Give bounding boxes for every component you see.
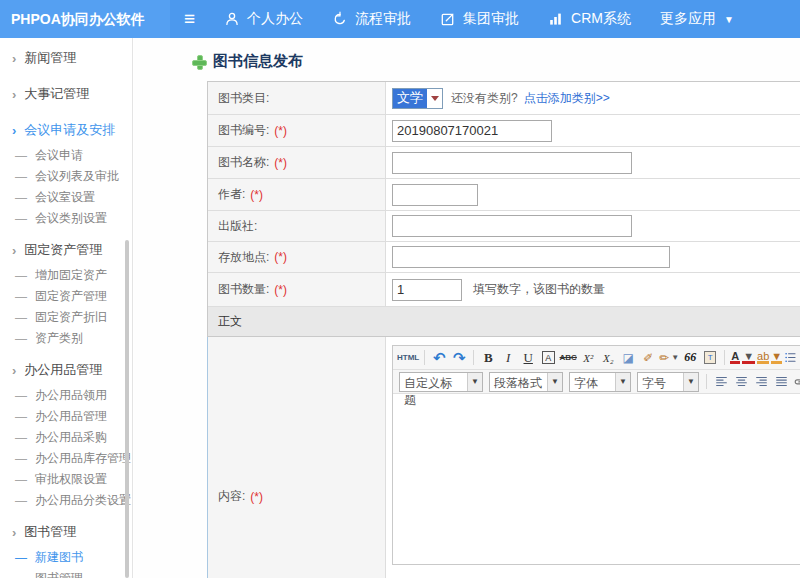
ordered-list-button[interactable]: ▼ [784, 348, 800, 368]
topnav-label: 流程审批 [355, 10, 411, 28]
sidebar-scrollbar[interactable] [125, 240, 129, 578]
subscript-button[interactable]: X₂ [599, 348, 617, 368]
blockquote-button[interactable]: 66 [681, 348, 699, 368]
sidebar-item-3-2[interactable]: —会议列表及审批 [0, 166, 132, 187]
paragraph-format-select[interactable]: 段落格式 ▼ [489, 372, 563, 392]
topnav-item-3[interactable]: 集团审批 [440, 10, 519, 28]
caret-down-icon: ▼ [671, 353, 679, 362]
align-right-button[interactable] [752, 372, 770, 392]
topnav-label: 个人办公 [247, 10, 303, 28]
highlight-color-button[interactable]: ab▼ [757, 348, 782, 368]
top-navigation: 个人办公流程审批集团审批CRM系统更多应用▼ [195, 10, 734, 28]
sidebar-item-4-3[interactable]: —固定资产折旧 [0, 307, 132, 328]
chevron-right-icon: › [12, 51, 16, 66]
font-size-select[interactable]: 字号 ▼ [637, 372, 699, 392]
sidebar-item-6-2[interactable]: —图书管理 [0, 568, 132, 578]
form-value-cell: 填写数字，该图书的数量 [386, 279, 800, 301]
required-mark: (*) [274, 250, 287, 264]
sidebar-group-label: 大事记管理 [24, 85, 89, 103]
content-row: 内容: (*) HTML↶↷BIUAABCX²X₂◪✐✏▼66TA▼ab▼▼▼ … [208, 337, 800, 578]
dash-icon: — [15, 389, 27, 403]
toolbar-separator [424, 350, 425, 365]
user-icon [224, 11, 247, 27]
topnav-item-2[interactable]: 流程审批 [332, 10, 411, 28]
undo-button[interactable]: ↶ [430, 348, 448, 368]
sidebar-item-4-4[interactable]: —资产类别 [0, 328, 132, 349]
sidebar-item-3-4[interactable]: —会议类别设置 [0, 208, 132, 229]
toolbar-separator [706, 374, 707, 389]
sidebar-item-4-1[interactable]: —增加固定资产 [0, 265, 132, 286]
sidebar-item-3-1[interactable]: —会议申请 [0, 145, 132, 166]
form-input-3[interactable] [392, 152, 632, 174]
align-justify-button[interactable] [772, 372, 790, 392]
italic-button[interactable]: I [499, 348, 517, 368]
form-input-4[interactable] [392, 184, 478, 206]
sidebar-group-1[interactable]: ›新闻管理 [0, 43, 132, 73]
app-logo: PHPOA协同办公软件 [0, 0, 170, 38]
format-brush-button[interactable]: ✐ [639, 348, 657, 368]
sidebar-item-label: 办公用品库存管理 [35, 450, 131, 467]
page-title-text: 图书信息发布 [213, 52, 303, 71]
align-center-button[interactable] [732, 372, 750, 392]
sidebar-item-5-6[interactable]: —办公用品分类设置 [0, 490, 132, 511]
underline-button[interactable]: U [519, 348, 537, 368]
select-label: 字体 [570, 373, 615, 391]
sidebar-group-5[interactable]: ›办公用品管理 [0, 355, 132, 385]
paste-plain-button[interactable]: T [701, 348, 719, 368]
form-input-5[interactable] [392, 215, 632, 237]
char-border-button[interactable]: A [539, 348, 557, 368]
link-button[interactable] [792, 372, 800, 392]
sidebar-item-5-3[interactable]: —办公用品采购 [0, 427, 132, 448]
topnav-item-5[interactable]: 更多应用▼ [660, 10, 734, 28]
strikethrough-button[interactable]: ABC [559, 348, 577, 368]
editor-toolbar-row2: 自定义标题 ▼段落格式 ▼字体 ▼字号 ▼ [393, 370, 800, 394]
form-input-7[interactable] [392, 279, 462, 301]
sidebar-menu: ›新闻管理›大事记管理›会议申请及安排—会议申请—会议列表及审批—会议室设置—会… [0, 38, 133, 578]
topnav-label: CRM系统 [571, 10, 631, 28]
sidebar-item-6-1[interactable]: —新建图书 [0, 547, 132, 568]
sidebar-group-4[interactable]: ›固定资产管理 [0, 235, 132, 265]
topnav-item-4[interactable]: CRM系统 [548, 10, 631, 28]
form-label-cell: 图书数量:(*) [208, 273, 386, 306]
chevron-right-icon: › [12, 123, 16, 138]
editor-content-area[interactable] [393, 394, 800, 564]
eraser-button[interactable]: ◪ [619, 348, 637, 368]
book-category-select[interactable]: 文学 [392, 88, 443, 109]
sidebar-item-label: 会议列表及审批 [35, 168, 119, 185]
sidebar-group-3[interactable]: ›会议申请及安排 [0, 115, 132, 145]
sidebar-item-5-4[interactable]: —办公用品库存管理 [0, 448, 132, 469]
sidebar-item-5-5[interactable]: —审批权限设置 [0, 469, 132, 490]
hamburger-menu-icon[interactable]: ≡ [184, 10, 195, 28]
select-label: 自定义标题 [400, 373, 467, 391]
redo-button[interactable]: ↷ [450, 348, 468, 368]
form-input-2[interactable] [392, 120, 552, 142]
required-mark: (*) [250, 188, 263, 202]
superscript-button[interactable]: X² [579, 348, 597, 368]
sidebar-item-3-3[interactable]: —会议室设置 [0, 187, 132, 208]
editor-cell: HTML↶↷BIUAABCX²X₂◪✐✏▼66TA▼ab▼▼▼ 自定义标题 ▼段… [386, 337, 800, 578]
sidebar-item-label: 会议室设置 [35, 189, 95, 206]
align-left-button[interactable] [712, 372, 730, 392]
add-category-link[interactable]: 点击添加类别>> [524, 90, 610, 107]
sidebar-group-2[interactable]: ›大事记管理 [0, 79, 132, 109]
dash-icon: — [15, 332, 27, 346]
topnav-label: 集团审批 [463, 10, 519, 28]
font-color-button[interactable]: A▼ [730, 348, 755, 368]
font-family-select[interactable]: 字体 ▼ [569, 372, 631, 392]
source-code-button[interactable]: HTML [397, 348, 419, 368]
caret-down-icon: ▼ [467, 373, 482, 391]
select-label: 字号 [638, 373, 683, 391]
topnav-item-1[interactable]: 个人办公 [224, 10, 303, 28]
sidebar-item-5-2[interactable]: —办公用品管理 [0, 406, 132, 427]
sidebar-item-4-2[interactable]: —固定资产管理 [0, 286, 132, 307]
bold-button[interactable]: B [479, 348, 497, 368]
sidebar-item-label: 固定资产折旧 [35, 309, 107, 326]
form-label-cell: 内容: (*) [208, 337, 386, 578]
custom-title-select[interactable]: 自定义标题 ▼ [399, 372, 483, 392]
sidebar-item-5-1[interactable]: —办公用品领用 [0, 385, 132, 406]
form-value-cell [386, 152, 800, 174]
form-label: 存放地点: [218, 249, 269, 266]
sidebar-group-6[interactable]: ›图书管理 [0, 517, 132, 547]
form-input-6[interactable] [392, 246, 670, 268]
paint-color-button[interactable]: ✏▼ [659, 348, 679, 368]
